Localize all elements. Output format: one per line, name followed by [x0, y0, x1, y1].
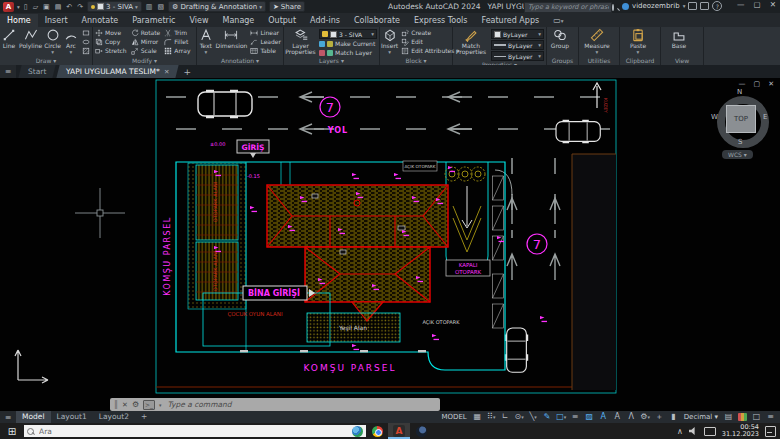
text-button[interactable]: Text▾ [197, 28, 215, 55]
isodraft-icon[interactable]: ╲▾ [527, 411, 540, 423]
chrome-taskbar-icon[interactable] [366, 423, 388, 439]
redo-icon[interactable]: ↷ [76, 2, 84, 12]
wcs-menu[interactable]: WCS ▾ [722, 150, 753, 159]
tab-express-tools[interactable]: Express Tools [407, 14, 475, 27]
drawing-minimize-icon[interactable]: — [739, 80, 746, 88]
app-taskbar-icon[interactable] [410, 423, 432, 439]
panel-title-draw[interactable]: Draw ▾ [0, 57, 92, 65]
viewcube-north[interactable]: N [737, 88, 742, 96]
restore-button[interactable]: ▢ [754, 0, 761, 9]
taskbar-clock[interactable]: 00:54 31.12.2023 [722, 424, 759, 438]
minimize-button[interactable]: — [737, 0, 745, 9]
autoscale-icon[interactable]: Λ [625, 411, 638, 423]
viewcube-east[interactable]: E [763, 113, 767, 121]
network-display-icon[interactable] [704, 427, 716, 436]
help-search-input[interactable] [525, 3, 612, 12]
circle-button[interactable]: Circle▾ [43, 28, 62, 55]
panel-title-groups[interactable]: Groups [547, 57, 578, 65]
qat-layer-combo[interactable]: 3 - SIVA ▾ [87, 1, 142, 12]
grid-icon[interactable]: ▦ [471, 411, 484, 423]
match-properties-button[interactable]: Match Properties [453, 28, 489, 55]
units-dropdown[interactable]: Decimal ▾ [681, 413, 721, 421]
model-space-button[interactable]: MODEL [438, 413, 469, 421]
tab-start[interactable]: Start [18, 65, 56, 78]
ellipse-icon[interactable] [82, 38, 90, 46]
taskbar-search-input[interactable] [37, 426, 349, 437]
tab-current-drawing[interactable]: YAPI UYGULAMA TESLIM*✕ [57, 65, 179, 78]
snap-icon[interactable]: ⠿▾ [485, 411, 498, 423]
annotation-visibility-icon[interactable]: A [611, 411, 624, 423]
scale-button[interactable]: Scale [131, 47, 161, 55]
help-icon[interactable]: ? [712, 1, 722, 11]
drawing-restore-icon[interactable]: ▢ [754, 80, 761, 88]
polar-tracking-icon[interactable]: ⊙▾ [513, 411, 526, 423]
viewcube-top-face[interactable]: TOP [726, 105, 756, 133]
tab-featured-apps[interactable]: Featured Apps [474, 14, 546, 27]
polyline-button[interactable]: Polyline [18, 28, 43, 49]
fillet-button[interactable]: Fillet [164, 38, 190, 46]
lineweight-icon[interactable]: ≡ [569, 411, 582, 423]
quick-properties-icon[interactable]: ▤ [722, 411, 735, 423]
ortho-icon[interactable]: ∟ [499, 411, 512, 423]
make-current-button[interactable]: Make Current [319, 40, 377, 48]
viewcube-south[interactable]: S [738, 138, 742, 146]
layout-menu-icon[interactable]: ≡ [0, 411, 16, 423]
user-menu-caret-icon[interactable]: ▾ [683, 3, 686, 9]
match-properties-qat-icon[interactable]: ▥ [145, 2, 154, 12]
command-input[interactable] [166, 398, 436, 411]
app-store-icon[interactable] [688, 2, 697, 10]
command-caret-icon[interactable]: ▾ [159, 402, 162, 408]
line-button[interactable]: Line [0, 28, 18, 49]
annotation-scale-icon[interactable]: ＋ [653, 411, 666, 423]
trim-button[interactable]: Trim [164, 29, 190, 37]
logo-menu-caret-icon[interactable]: ▾ [17, 4, 20, 10]
layer-combo[interactable]: 3 - SIVA▾ [319, 29, 377, 39]
hidden-icons-chevron[interactable]: ∧ [677, 427, 683, 436]
tab-parametric[interactable]: Parametric [125, 14, 182, 27]
tab-collaborate[interactable]: Collaborate [347, 14, 407, 27]
tab-view[interactable]: View [183, 14, 216, 27]
tab-annotate[interactable]: Annotate [75, 14, 126, 27]
tab-output[interactable]: Output [261, 14, 303, 27]
match-layer-button[interactable]: Match Layer [319, 49, 377, 57]
sheet-set-icon[interactable]: ▧ [156, 2, 165, 12]
tab-home[interactable]: Home [0, 14, 38, 27]
workspace-gear-icon[interactable]: ⚙▾ [639, 411, 652, 423]
stretch-button[interactable]: Stretch [95, 47, 127, 55]
copy-button[interactable]: Copy [95, 38, 127, 46]
tab-layout1[interactable]: Layout1 [51, 411, 93, 423]
group-button[interactable]: Group [547, 28, 573, 49]
graphics-performance-icon[interactable] [738, 413, 747, 421]
open-file-icon[interactable]: ▱ [32, 2, 39, 12]
edit-attributes-button[interactable]: Edit Attributes ▾ [401, 47, 459, 55]
search-highlight-globe-icon[interactable] [352, 426, 363, 437]
clean-screen-icon[interactable]: □ [750, 411, 763, 423]
object-color-combo[interactable]: ByLayer▾ [491, 29, 544, 39]
tab-insert[interactable]: Insert [38, 14, 75, 27]
mirror-button[interactable]: Mirror [131, 38, 161, 46]
command-grip-icon[interactable]: ‖ [114, 400, 118, 409]
ribbon-display-toggle-icon[interactable]: ▭▾ [546, 14, 570, 27]
undo-icon[interactable]: ↶ [65, 2, 73, 12]
viewcube-west[interactable]: W [711, 113, 718, 121]
base-button[interactable]: Base [661, 28, 697, 49]
isolate-objects-icon[interactable]: ▮ [667, 411, 680, 423]
object-snap-icon[interactable]: □▾ [555, 411, 568, 423]
search-icon[interactable] [612, 4, 614, 11]
customization-icon[interactable]: ≡ [764, 411, 777, 423]
leader-button[interactable]: Leader [250, 38, 281, 46]
new-file-icon[interactable]: ▯ [23, 2, 29, 12]
block-create-button[interactable]: Create [401, 29, 459, 37]
help-search-box[interactable] [524, 2, 612, 13]
paste-button[interactable]: Paste▾ [620, 28, 656, 55]
user-avatar-icon[interactable] [622, 3, 629, 10]
autocad-taskbar-icon[interactable]: A [388, 423, 410, 439]
volume-icon[interactable] [689, 427, 698, 435]
hatch-icon[interactable] [82, 47, 90, 55]
notification-center-icon[interactable] [765, 426, 776, 437]
block-edit-button[interactable]: Edit [401, 38, 459, 46]
tab-manage[interactable]: Manage [216, 14, 262, 27]
command-close-icon[interactable]: ✕ [122, 401, 128, 409]
signed-in-user[interactable]: videozembrib [632, 2, 680, 10]
close-tab-icon[interactable]: ✕ [164, 68, 169, 76]
